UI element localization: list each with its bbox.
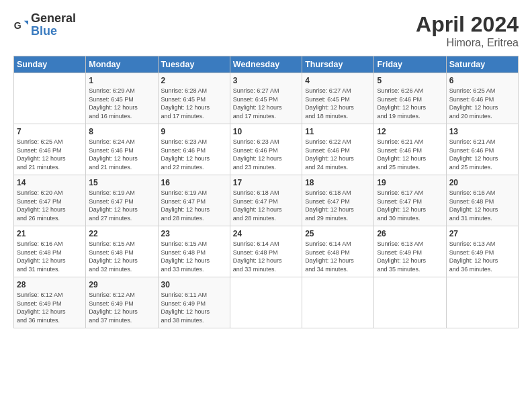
calendar-cell: 21Sunrise: 6:16 AM Sunset: 6:48 PM Dayli… [14,226,86,277]
day-number: 23 [161,229,227,238]
day-info: Sunrise: 6:27 AM Sunset: 6:45 PM Dayligh… [305,87,371,120]
header: G General Blue April 2024 Himora, Eritre… [13,12,519,49]
calendar-cell [302,277,374,328]
week-row-1: 7Sunrise: 6:25 AM Sunset: 6:46 PM Daylig… [14,124,519,175]
calendar-cell: 18Sunrise: 6:18 AM Sunset: 6:47 PM Dayli… [302,175,374,226]
weekday-header-monday: Monday [86,56,158,73]
calendar-cell [230,277,302,328]
svg-marker-1 [24,21,28,25]
day-info: Sunrise: 6:14 AM Sunset: 6:48 PM Dayligh… [305,240,371,273]
calendar-cell: 1Sunrise: 6:29 AM Sunset: 6:45 PM Daylig… [86,73,158,124]
calendar-body: 1Sunrise: 6:29 AM Sunset: 6:45 PM Daylig… [14,73,519,328]
day-number: 15 [89,178,154,187]
day-info: Sunrise: 6:25 AM Sunset: 6:46 PM Dayligh… [17,138,83,171]
page: G General Blue April 2024 Himora, Eritre… [0,0,532,411]
day-info: Sunrise: 6:17 AM Sunset: 6:47 PM Dayligh… [377,189,443,222]
day-number: 9 [161,127,227,136]
day-info: Sunrise: 6:15 AM Sunset: 6:48 PM Dayligh… [161,240,227,273]
calendar-cell: 2Sunrise: 6:28 AM Sunset: 6:45 PM Daylig… [158,73,230,124]
calendar-cell: 29Sunrise: 6:12 AM Sunset: 6:49 PM Dayli… [86,277,158,328]
calendar-cell: 5Sunrise: 6:26 AM Sunset: 6:46 PM Daylig… [374,73,446,124]
day-info: Sunrise: 6:24 AM Sunset: 6:46 PM Dayligh… [89,138,154,171]
calendar-cell: 25Sunrise: 6:14 AM Sunset: 6:48 PM Dayli… [302,226,374,277]
calendar-cell: 15Sunrise: 6:19 AM Sunset: 6:47 PM Dayli… [86,175,158,226]
logo-general: General [31,11,76,25]
calendar-cell: 6Sunrise: 6:25 AM Sunset: 6:46 PM Daylig… [446,73,518,124]
calendar-title: April 2024 [416,12,519,37]
day-number: 17 [233,178,299,187]
day-info: Sunrise: 6:23 AM Sunset: 6:46 PM Dayligh… [161,138,227,171]
title-block: April 2024 Himora, Eritrea [416,12,519,49]
calendar-cell: 20Sunrise: 6:16 AM Sunset: 6:48 PM Dayli… [446,175,518,226]
day-info: Sunrise: 6:15 AM Sunset: 6:48 PM Dayligh… [89,240,154,273]
day-number: 28 [17,280,83,289]
day-number: 7 [17,127,83,136]
week-row-2: 14Sunrise: 6:20 AM Sunset: 6:47 PM Dayli… [14,175,519,226]
day-number: 25 [305,229,371,238]
day-number: 2 [161,76,227,85]
calendar-cell: 8Sunrise: 6:24 AM Sunset: 6:46 PM Daylig… [86,124,158,175]
calendar-cell: 11Sunrise: 6:22 AM Sunset: 6:46 PM Dayli… [302,124,374,175]
day-number: 24 [233,229,299,238]
calendar-cell: 24Sunrise: 6:14 AM Sunset: 6:48 PM Dayli… [230,226,302,277]
calendar-cell: 30Sunrise: 6:11 AM Sunset: 6:49 PM Dayli… [158,277,230,328]
day-info: Sunrise: 6:21 AM Sunset: 6:46 PM Dayligh… [377,138,443,171]
calendar-subtitle: Himora, Eritrea [416,37,519,49]
day-number: 30 [161,280,227,289]
calendar-cell: 3Sunrise: 6:27 AM Sunset: 6:45 PM Daylig… [230,73,302,124]
calendar-cell: 9Sunrise: 6:23 AM Sunset: 6:46 PM Daylig… [158,124,230,175]
day-number: 27 [449,229,515,238]
day-info: Sunrise: 6:18 AM Sunset: 6:47 PM Dayligh… [305,189,371,222]
day-number: 5 [377,76,443,85]
logo: G General Blue [13,12,76,38]
day-number: 3 [233,76,299,85]
calendar-cell: 10Sunrise: 6:23 AM Sunset: 6:46 PM Dayli… [230,124,302,175]
day-number: 11 [305,127,371,136]
day-info: Sunrise: 6:18 AM Sunset: 6:47 PM Dayligh… [233,189,299,222]
calendar-cell: 19Sunrise: 6:17 AM Sunset: 6:47 PM Dayli… [374,175,446,226]
calendar-cell: 12Sunrise: 6:21 AM Sunset: 6:46 PM Dayli… [374,124,446,175]
day-number: 20 [449,178,515,187]
day-info: Sunrise: 6:19 AM Sunset: 6:47 PM Dayligh… [89,189,154,222]
day-info: Sunrise: 6:12 AM Sunset: 6:49 PM Dayligh… [17,291,83,324]
day-info: Sunrise: 6:21 AM Sunset: 6:46 PM Dayligh… [449,138,515,171]
calendar-cell: 16Sunrise: 6:19 AM Sunset: 6:47 PM Dayli… [158,175,230,226]
calendar-cell: 27Sunrise: 6:13 AM Sunset: 6:49 PM Dayli… [446,226,518,277]
day-number: 18 [305,178,371,187]
day-info: Sunrise: 6:20 AM Sunset: 6:47 PM Dayligh… [17,189,83,222]
day-info: Sunrise: 6:16 AM Sunset: 6:48 PM Dayligh… [17,240,83,273]
calendar-cell: 17Sunrise: 6:18 AM Sunset: 6:47 PM Dayli… [230,175,302,226]
calendar-cell: 26Sunrise: 6:13 AM Sunset: 6:49 PM Dayli… [374,226,446,277]
calendar-table: SundayMondayTuesdayWednesdayThursdayFrid… [13,56,519,328]
weekday-header-thursday: Thursday [302,56,374,73]
day-info: Sunrise: 6:23 AM Sunset: 6:46 PM Dayligh… [233,138,299,171]
weekday-header-saturday: Saturday [446,56,518,73]
day-number: 13 [449,127,515,136]
day-number: 26 [377,229,443,238]
day-info: Sunrise: 6:29 AM Sunset: 6:45 PM Dayligh… [89,87,154,120]
weekday-header-sunday: Sunday [14,56,86,73]
logo-icon: G [13,17,28,32]
week-row-3: 21Sunrise: 6:16 AM Sunset: 6:48 PM Dayli… [14,226,519,277]
calendar-cell [446,277,518,328]
calendar-cell: 14Sunrise: 6:20 AM Sunset: 6:47 PM Dayli… [14,175,86,226]
calendar-cell [374,277,446,328]
day-info: Sunrise: 6:19 AM Sunset: 6:47 PM Dayligh… [161,189,227,222]
calendar-header: SundayMondayTuesdayWednesdayThursdayFrid… [14,56,519,73]
day-info: Sunrise: 6:16 AM Sunset: 6:48 PM Dayligh… [449,189,515,222]
calendar-cell: 22Sunrise: 6:15 AM Sunset: 6:48 PM Dayli… [86,226,158,277]
weekday-row: SundayMondayTuesdayWednesdayThursdayFrid… [14,56,519,73]
day-info: Sunrise: 6:27 AM Sunset: 6:45 PM Dayligh… [233,87,299,120]
calendar-cell: 4Sunrise: 6:27 AM Sunset: 6:45 PM Daylig… [302,73,374,124]
day-number: 6 [449,76,515,85]
day-number: 10 [233,127,299,136]
day-info: Sunrise: 6:14 AM Sunset: 6:48 PM Dayligh… [233,240,299,273]
weekday-header-friday: Friday [374,56,446,73]
day-number: 8 [89,127,154,136]
week-row-4: 28Sunrise: 6:12 AM Sunset: 6:49 PM Dayli… [14,277,519,328]
day-info: Sunrise: 6:13 AM Sunset: 6:49 PM Dayligh… [377,240,443,273]
day-number: 14 [17,178,83,187]
calendar-cell: 7Sunrise: 6:25 AM Sunset: 6:46 PM Daylig… [14,124,86,175]
day-info: Sunrise: 6:11 AM Sunset: 6:49 PM Dayligh… [161,291,227,324]
day-info: Sunrise: 6:25 AM Sunset: 6:46 PM Dayligh… [449,87,515,120]
